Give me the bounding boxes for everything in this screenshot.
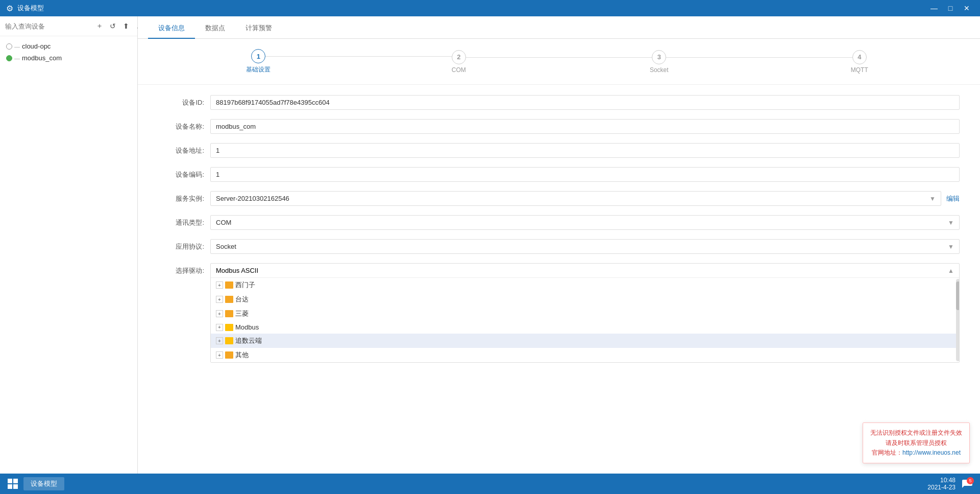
tab-device-info[interactable]: 设备信息 — [148, 18, 195, 39]
chat-badge: 5 — [967, 477, 974, 484]
service-instance-label: 服务实例: — [158, 194, 204, 203]
folder-icon-4 — [225, 324, 233, 331]
error-line2: 请及时联系管理员授权 — [870, 438, 962, 448]
close-button[interactable]: ✕ — [960, 3, 974, 14]
title-bar-left: ⚙ 设备模型 — [6, 4, 44, 13]
step-wizard: 1 基础设置 2 COM 3 Socket 4 MQTT — [138, 39, 980, 85]
form-row-device-address: 设备地址: — [158, 143, 960, 158]
dash-icon: — — [14, 43, 20, 50]
form-row-driver: 选择驱动: Modbus ASCII ▲ + 西门子 + — [158, 263, 960, 363]
expand-icon-3[interactable]: + — [216, 310, 223, 317]
driver-tree-item-modbus[interactable]: + Modbus — [211, 321, 959, 334]
folder-icon-6 — [225, 351, 233, 359]
error-line3: 官网地址：http://www.ineuos.net — [870, 448, 962, 458]
error-line1: 无法识别授权文件或注册文件失效 — [870, 428, 962, 438]
driver-item-label-4: Modbus — [235, 323, 259, 331]
driver-item-label-5: 追数云端 — [235, 336, 262, 345]
svg-rect-1 — [13, 479, 18, 483]
svg-rect-3 — [13, 484, 18, 489]
driver-item-label-3: 三菱 — [235, 309, 249, 318]
taskbar-app-button[interactable]: 设备模型 — [23, 477, 64, 490]
step-3[interactable]: 3 Socket — [559, 50, 760, 74]
maximize-button[interactable]: □ — [943, 3, 958, 14]
device-name-label: 设备名称: — [158, 122, 204, 131]
expand-icon-2[interactable]: + — [216, 296, 223, 303]
form-row-comm-type: 通讯类型: COM ▼ — [158, 215, 960, 230]
minimize-button[interactable]: — — [927, 3, 941, 14]
tab-calc-warning[interactable]: 计算预警 — [235, 18, 282, 39]
driver-dropdown[interactable]: Modbus ASCII ▲ + 西门子 + 台达 — [210, 263, 960, 363]
step-4[interactable]: 4 MQTT — [760, 50, 960, 74]
app-protocol-value: Socket — [216, 243, 948, 250]
scrollbar[interactable] — [955, 278, 959, 362]
driver-value-text: Modbus ASCII — [216, 267, 258, 274]
device-id-label: 设备ID: — [158, 98, 204, 107]
svg-rect-2 — [8, 484, 12, 489]
expand-icon[interactable]: + — [216, 281, 223, 289]
taskbar: 设备模型 10:48 2021-4-23 5 — [0, 474, 980, 494]
folder-icon-3 — [225, 310, 233, 317]
taskbar-time-display: 10:48 2021-4-23 — [927, 477, 955, 491]
step-label-4: MQTT — [851, 66, 868, 74]
form-row-app-protocol: 应用协议: Socket ▼ — [158, 239, 960, 254]
content-area: 设备信息 数据点 计算预警 1 基础设置 2 COM 3 Socket 4 — [138, 16, 980, 474]
tree-item-modbus-com[interactable]: — modbus_com — [0, 52, 137, 64]
step-label-3: Socket — [650, 66, 669, 74]
service-instance-select[interactable]: Server-20210302162546 ▼ — [210, 191, 941, 206]
device-code-input[interactable] — [210, 167, 960, 182]
refresh-button[interactable]: ↺ — [107, 20, 118, 32]
step-circle-3: 3 — [652, 50, 666, 64]
comm-type-label: 通讯类型: — [158, 218, 204, 227]
import-button[interactable]: ⬆ — [120, 20, 132, 32]
sidebar-toolbar: ＋ ↺ ⬆ ↗ — [94, 20, 145, 32]
device-name-input[interactable] — [210, 119, 960, 134]
tab-data-points[interactable]: 数据点 — [195, 18, 235, 39]
expand-icon-6[interactable]: + — [216, 351, 223, 359]
step-circle-2: 2 — [452, 50, 466, 64]
dash-icon-2: — — [14, 55, 20, 61]
error-website-link[interactable]: http://www.ineuos.net — [902, 449, 961, 456]
step-1[interactable]: 1 基础设置 — [158, 49, 359, 74]
edit-link[interactable]: 编辑 — [946, 194, 960, 203]
driver-tree-item-cloud[interactable]: + 追数云端 — [211, 334, 959, 348]
device-code-label: 设备编码: — [158, 170, 204, 179]
step-circle-4: 4 — [852, 50, 867, 64]
add-device-button[interactable]: ＋ — [94, 20, 105, 32]
driver-tree-item-other[interactable]: + 其他 — [211, 348, 959, 362]
driver-label: 选择驱动: — [158, 266, 204, 275]
driver-tree-item-delta[interactable]: + 台达 — [211, 292, 959, 307]
device-tree: — cloud-opc — modbus_com — [0, 36, 137, 68]
expand-icon-5[interactable]: + — [216, 337, 223, 344]
app-protocol-select[interactable]: Socket ▼ — [210, 239, 960, 254]
app-protocol-label: 应用协议: — [158, 242, 204, 251]
step-label-1: 基础设置 — [246, 65, 271, 74]
form-area: 设备ID: 设备名称: 设备地址: 设备编码: 服务实例: Server-202… — [138, 85, 980, 474]
chat-icon-button[interactable]: 5 — [960, 476, 975, 491]
folder-icon-5 — [225, 337, 233, 344]
taskbar-left: 设备模型 — [5, 476, 64, 491]
device-address-input[interactable] — [210, 143, 960, 158]
taskbar-app-label: 设备模型 — [31, 480, 57, 487]
comm-type-value: COM — [216, 219, 948, 226]
step-label-2: COM — [452, 66, 466, 74]
window-controls: — □ ✕ — [927, 3, 974, 14]
search-input[interactable] — [5, 22, 91, 30]
driver-tree-panel: + 西门子 + 台达 + 三菱 — [211, 277, 959, 362]
tree-item-cloud-opc[interactable]: — cloud-opc — [0, 40, 137, 52]
expand-icon-4[interactable]: + — [216, 324, 223, 331]
step-circle-1: 1 — [251, 49, 265, 63]
driver-tree-item-siemens[interactable]: + 西门子 — [211, 278, 959, 292]
step-2[interactable]: 2 COM — [359, 50, 559, 74]
device-id-input[interactable] — [210, 95, 960, 110]
comm-type-select[interactable]: COM ▼ — [210, 215, 960, 230]
svg-rect-0 — [8, 479, 12, 483]
form-row-device-code: 设备编码: — [158, 167, 960, 182]
chevron-down-icon-2: ▼ — [948, 219, 954, 226]
driver-tree-item-mitsubishi[interactable]: + 三菱 — [211, 307, 959, 321]
driver-item-label: 西门子 — [235, 280, 255, 290]
driver-item-label-2: 台达 — [235, 295, 249, 304]
driver-selected-value[interactable]: Modbus ASCII ▲ — [211, 264, 959, 277]
chevron-down-icon: ▼ — [929, 195, 936, 202]
form-row-service-instance: 服务实例: Server-20210302162546 ▼ 编辑 — [158, 191, 960, 206]
windows-logo[interactable] — [5, 476, 20, 491]
